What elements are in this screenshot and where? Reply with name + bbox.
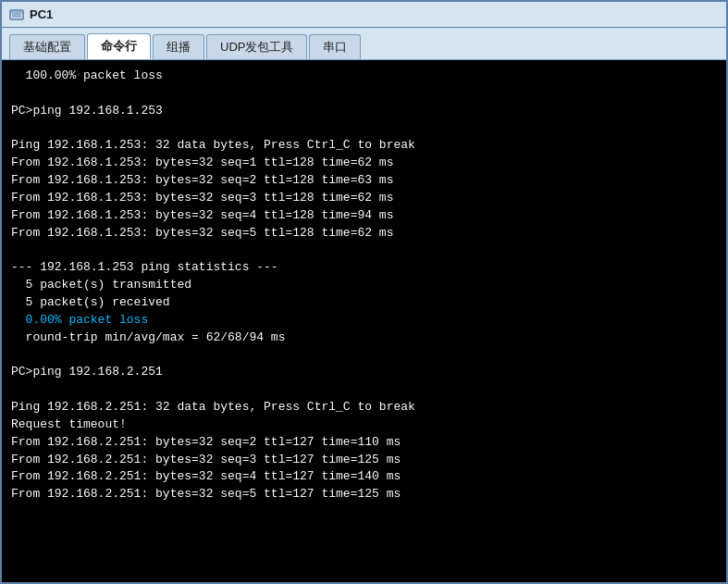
main-window: PC1 基础配置 命令行 组播 UDP发包工具 串口 100.00% packe…	[0, 0, 728, 584]
tab-basic-config[interactable]: 基础配置	[9, 34, 85, 59]
window-icon	[9, 7, 24, 22]
terminal-area[interactable]: 100.00% packet loss PC>ping 192.168.1.25…	[2, 59, 726, 582]
title-bar: PC1	[2, 2, 726, 28]
terminal-output: 100.00% packet loss PC>ping 192.168.1.25…	[11, 68, 717, 503]
tab-udp-tool[interactable]: UDP发包工具	[206, 34, 307, 59]
tab-multicast[interactable]: 组播	[153, 34, 204, 59]
window-title: PC1	[30, 7, 53, 21]
svg-rect-1	[12, 13, 21, 18]
tabs-bar: 基础配置 命令行 组播 UDP发包工具 串口	[2, 28, 726, 59]
tab-serial[interactable]: 串口	[309, 34, 361, 59]
tab-command-line[interactable]: 命令行	[87, 33, 151, 59]
